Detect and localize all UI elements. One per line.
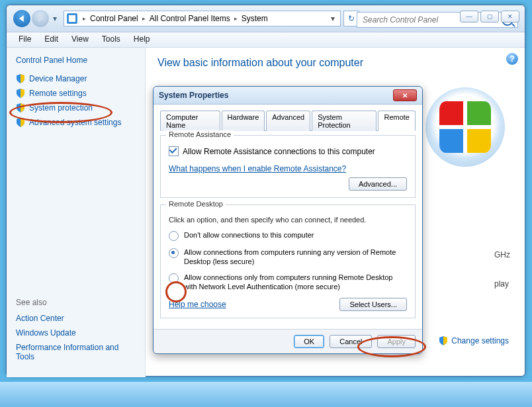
select-users-button[interactable]: Select Users... <box>339 298 407 311</box>
remote-assistance-group: Remote Assistance Allow Remote Assistanc… <box>160 135 416 198</box>
shield-icon <box>16 103 25 113</box>
system-info-fragment: GHz play <box>494 250 510 289</box>
rd-option-dont-allow[interactable] <box>169 231 179 241</box>
shield-icon <box>439 336 448 345</box>
group-legend: Remote Assistance <box>166 130 234 138</box>
menu-tools[interactable]: Tools <box>95 32 127 47</box>
shield-icon <box>16 89 25 98</box>
computer-icon <box>67 13 77 24</box>
sidebar-item-label: Advanced system settings <box>29 118 121 127</box>
radio-label: Allow connections only from computers ru… <box>184 273 407 291</box>
rd-option-allow-nla[interactable] <box>169 273 179 283</box>
tab-remote[interactable]: Remote <box>378 111 416 131</box>
see-also-windows-update[interactable]: Windows Update <box>16 328 136 338</box>
see-also-header: See also <box>16 298 136 307</box>
page-title: View basic information about your comput… <box>157 57 513 69</box>
menu-view[interactable]: View <box>65 32 95 47</box>
radio-label: Don't allow connections to this computer <box>184 230 314 240</box>
menu-file[interactable]: File <box>12 32 38 47</box>
breadcrumb-item[interactable]: System <box>240 14 269 23</box>
window-titlebar: ▾ ▸ Control Panel ▸ All Control Panel It… <box>7 5 525 32</box>
sidebar-item-label: Remote settings <box>29 89 87 98</box>
shield-icon <box>16 118 25 127</box>
menu-bar: File Edit View Tools Help <box>7 32 525 48</box>
breadcrumb-item[interactable]: All Control Panel Items <box>148 14 232 23</box>
sidebar-item-advanced-system-settings[interactable]: Advanced system settings <box>16 118 136 127</box>
taskbar[interactable] <box>0 382 532 407</box>
tab-computer-name[interactable]: Computer Name <box>160 111 220 131</box>
sidebar-item-label: Device Manager <box>29 74 87 83</box>
apply-button[interactable]: Apply <box>377 335 416 348</box>
breadcrumb[interactable]: ▸ Control Panel ▸ All Control Panel Item… <box>64 11 341 26</box>
help-icon[interactable]: ? <box>506 53 518 65</box>
breadcrumb-item[interactable]: Control Panel <box>89 14 140 23</box>
tab-advanced[interactable]: Advanced <box>266 111 310 131</box>
dialog-footer: OK Cancel Apply <box>154 329 422 353</box>
shield-icon <box>16 74 25 83</box>
sidebar-item-remote-settings[interactable]: Remote settings <box>16 89 136 98</box>
cancel-button[interactable]: Cancel <box>330 335 372 348</box>
tab-strip: Computer Name Hardware Advanced System P… <box>160 110 416 131</box>
dialog-titlebar[interactable]: System Properties ✕ <box>154 87 422 105</box>
checkbox-label: Allow Remote Assistance connections to t… <box>183 147 375 156</box>
dialog-close-button[interactable]: ✕ <box>393 89 417 101</box>
close-button[interactable]: ✕ <box>501 11 519 23</box>
nav-history-dropdown[interactable]: ▾ <box>50 11 60 26</box>
sidebar-item-system-protection[interactable]: System protection <box>16 103 136 113</box>
allow-remote-assistance-checkbox[interactable] <box>169 146 179 156</box>
sidebar: Control Panel Home Device Manager Remote… <box>7 48 146 377</box>
nav-forward-button[interactable] <box>32 10 49 27</box>
ok-button[interactable]: OK <box>294 335 324 348</box>
maximize-button[interactable]: ▢ <box>480 11 499 23</box>
path-dropdown[interactable]: ▾ <box>328 14 337 23</box>
control-panel-home-link[interactable]: Control Panel Home <box>16 56 136 65</box>
see-also-action-center[interactable]: Action Center <box>16 314 136 323</box>
minimize-button[interactable]: — <box>460 11 478 23</box>
sidebar-item-device-manager[interactable]: Device Manager <box>16 74 136 83</box>
see-also-performance-info[interactable]: Performance Information and Tools <box>16 343 136 361</box>
dialog-title: System Properties <box>159 91 228 100</box>
change-settings-link[interactable]: Change settings <box>439 336 509 345</box>
group-legend: Remote Desktop <box>166 200 226 208</box>
remote-desktop-description: Click an option, and then specify who ca… <box>169 216 407 224</box>
system-properties-dialog: System Properties ✕ Computer Name Hardwa… <box>153 86 423 354</box>
windows-logo <box>425 87 505 167</box>
tab-system-protection[interactable]: System Protection <box>312 111 377 131</box>
menu-help[interactable]: Help <box>127 32 157 47</box>
rd-option-allow-any[interactable] <box>169 248 179 258</box>
remote-assistance-advanced-button[interactable]: Advanced... <box>349 177 407 191</box>
radio-label: Allow connections from computers running… <box>184 248 407 266</box>
menu-edit[interactable]: Edit <box>38 32 65 47</box>
tab-hardware[interactable]: Hardware <box>222 111 265 131</box>
remote-desktop-group: Remote Desktop Click an option, and then… <box>160 204 416 318</box>
help-me-choose-link[interactable]: Help me choose <box>169 300 226 309</box>
sidebar-item-label: System protection <box>29 103 93 113</box>
nav-back-button[interactable] <box>13 10 30 27</box>
remote-assistance-help-link[interactable]: What happens when I enable Remote Assist… <box>169 164 346 173</box>
